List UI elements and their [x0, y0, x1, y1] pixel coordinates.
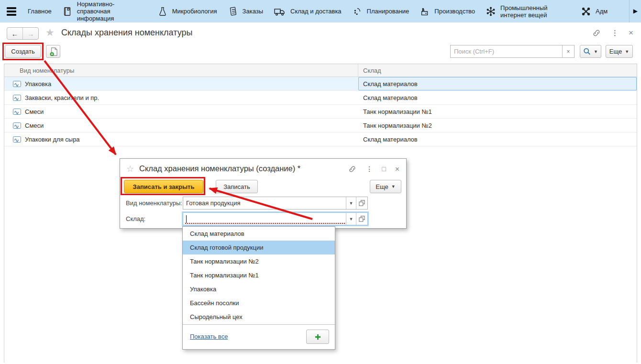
column-header-kind[interactable]: Вид номенклатуры — [4, 64, 358, 77]
menu-item-orders[interactable]: Заказы — [228, 6, 263, 17]
menu-item-warehouse-delivery[interactable]: Склад и доставка — [274, 6, 342, 17]
cell-warehouse[interactable]: Склад материалов — [358, 77, 637, 90]
choose-from-list-icon[interactable] — [356, 213, 367, 225]
cell-kind: Смеси — [25, 122, 44, 129]
cell-kind: Упаковка — [25, 80, 51, 88]
kind-field: Готовая продукция ▼ — [183, 197, 368, 210]
link-icon[interactable] — [592, 29, 601, 37]
link-icon[interactable] — [348, 165, 357, 173]
more-actions-icon[interactable]: ⋮ — [611, 29, 619, 37]
truck-icon — [274, 6, 286, 17]
search-clear-icon[interactable]: × — [562, 45, 574, 57]
chevron-right-icon[interactable]: ▶ — [633, 8, 638, 14]
page-title: Склады хранения номенклатуры — [61, 28, 192, 38]
menu-item-main[interactable]: Главное — [28, 8, 52, 15]
search-icon — [583, 47, 591, 55]
cell-kind: Закваски, красители и пр. — [25, 94, 99, 101]
favorite-star-icon[interactable]: ★ — [45, 27, 55, 38]
hamburger-menu-icon[interactable] — [6, 5, 17, 18]
dropdown-item[interactable]: Склад материалов — [183, 227, 335, 241]
search-settings-button[interactable]: ▼ — [580, 45, 601, 58]
warehouse-input[interactable] — [183, 213, 346, 225]
dropdown-item[interactable]: Бассейн посолки — [183, 296, 335, 310]
create-button[interactable]: Создать — [5, 45, 41, 58]
close-icon[interactable]: × — [629, 29, 633, 37]
menu-item-label: Планирование — [367, 8, 409, 15]
table-row[interactable]: Закваски, красители и пр. Склад материал… — [4, 91, 637, 105]
flask-icon — [157, 6, 168, 17]
menu-item-production[interactable]: Производство — [420, 6, 475, 17]
cell-kind: Упаковки для сыра — [25, 136, 80, 143]
menu-item-label: Нормативно-справочная информация — [77, 0, 147, 22]
search-input[interactable] — [451, 45, 562, 57]
history-nav-group: ← → — [7, 27, 39, 40]
more-button[interactable]: Еще ▼ — [606, 45, 633, 58]
menu-item-label: Адм — [596, 8, 608, 15]
favorite-star-outline-icon[interactable]: ☆ — [126, 164, 134, 174]
table-row[interactable]: Смеси Танк нормализации №2 — [4, 119, 637, 132]
catalog-item-icon — [13, 122, 21, 129]
close-icon[interactable]: × — [395, 165, 399, 173]
dropdown-footer: Показать все — [183, 324, 335, 349]
menu-item-planning[interactable]: Планирование — [352, 6, 409, 17]
menu-item-administration[interactable]: Адм — [581, 6, 608, 17]
page-title-bar: ← → ★ Склады хранения номенклатуры ⋮ × — [0, 22, 641, 43]
dialog-more-button[interactable]: Еще ▼ — [370, 180, 401, 193]
field-label-kind: Вид номенклатуры: — [126, 197, 182, 210]
choose-from-list-icon[interactable] — [356, 197, 367, 209]
menu-item-label: Производство — [434, 8, 475, 15]
warehouse-dropdown-list: Склад материалов Склад готовой продукции… — [182, 226, 335, 350]
more-actions-icon[interactable]: ⋮ — [366, 165, 373, 173]
dropdown-item[interactable]: Сыродельный цех — [183, 310, 335, 324]
catalog-item-icon — [13, 81, 21, 87]
application-window: Главное Нормативно-справочная информация… — [0, 0, 641, 364]
create-new-item-icon-button[interactable] — [46, 45, 60, 58]
tools-icon — [581, 6, 591, 17]
create-warehouse-dialog: ☆ Склад хранения номенклатуры (создание)… — [120, 158, 407, 229]
menu-bar-divider — [629, 0, 630, 22]
cell-warehouse[interactable]: Танк нормализации №2 — [358, 119, 637, 132]
menu-item-microbiology[interactable]: Микробиология — [157, 6, 217, 17]
menu-item-label: Склад и доставка — [290, 8, 342, 15]
kind-input[interactable]: Готовая продукция — [183, 197, 346, 209]
menu-item-label: Промышленный интернет вещей — [500, 4, 570, 19]
back-button[interactable]: ← — [7, 28, 23, 39]
add-new-button[interactable] — [306, 330, 329, 344]
dropdown-item[interactable]: Танк нормализации №1 — [183, 268, 335, 282]
chevron-down-icon[interactable]: ▼ — [346, 213, 356, 225]
menu-item-industrial-iot[interactable]: Промышленный интернет вещей — [486, 4, 570, 19]
cell-warehouse[interactable]: Склад материалов — [358, 132, 637, 146]
search-box: × — [450, 45, 575, 58]
menu-item-reference-info[interactable]: Нормативно-справочная информация — [62, 0, 147, 22]
chevron-down-icon: ▼ — [594, 49, 598, 54]
warehouse-field: ▼ — [183, 212, 368, 225]
catalog-item-icon — [13, 109, 21, 115]
more-button-label: Еще — [609, 48, 622, 55]
dropdown-item[interactable]: Танк нормализации №2 — [183, 254, 335, 268]
factory-icon — [420, 6, 430, 17]
save-button[interactable]: Записать — [216, 180, 258, 193]
show-all-link[interactable]: Показать все — [190, 333, 228, 340]
table-row[interactable]: Упаковки для сыра Склад материалов — [4, 132, 637, 146]
new-document-icon — [49, 47, 58, 56]
save-and-close-button[interactable]: Записать и закрыть — [124, 180, 203, 193]
table-row[interactable]: Упаковка Склад материалов — [4, 77, 637, 91]
main-menu-bar: Главное Нормативно-справочная информация… — [0, 0, 641, 22]
catalog-item-icon — [13, 136, 21, 143]
table-row[interactable]: Смеси Танк нормализации №1 — [4, 105, 637, 119]
menu-item-label: Микробиология — [172, 8, 217, 15]
chevron-down-icon[interactable]: ▼ — [346, 197, 356, 209]
dropdown-item-selected[interactable]: Склад готовой продукции — [183, 241, 335, 254]
menu-item-label: Заказы — [243, 8, 263, 15]
cell-warehouse[interactable]: Танк нормализации №1 — [358, 105, 637, 118]
maximize-icon[interactable]: □ — [382, 165, 386, 173]
text-caret — [186, 215, 187, 223]
column-header-warehouse[interactable]: Склад — [358, 64, 637, 77]
required-field-underline — [185, 223, 345, 224]
forward-button[interactable]: → — [23, 28, 38, 39]
cell-warehouse[interactable]: Склад материалов — [358, 91, 637, 104]
dropdown-item[interactable]: Упаковка — [183, 282, 335, 296]
plus-icon — [314, 333, 321, 341]
field-label-warehouse: Склад: — [126, 212, 145, 225]
chevron-down-icon: ▼ — [625, 49, 629, 54]
